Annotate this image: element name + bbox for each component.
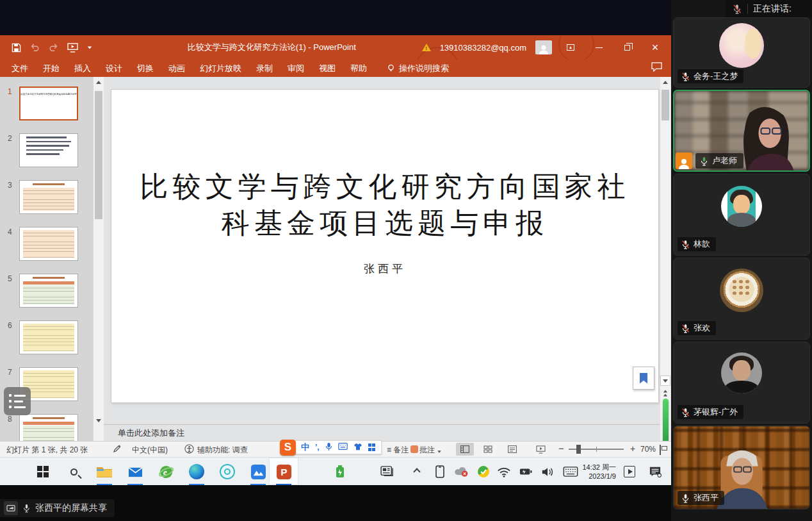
- mic-muted-icon: [732, 4, 742, 14]
- account-email[interactable]: 13910383282@qq.com: [440, 43, 526, 53]
- bookmark-button[interactable]: [633, 367, 654, 390]
- thumbnail-scrollbar[interactable]: [93, 77, 104, 441]
- mail-icon[interactable]: [126, 462, 145, 481]
- sogou-logo-icon[interactable]: S: [280, 440, 296, 456]
- language-status[interactable]: 中文(中国): [132, 445, 168, 456]
- slide-sorter-view-button[interactable]: [479, 443, 497, 456]
- normal-view-button[interactable]: [456, 443, 474, 456]
- tab-transitions[interactable]: 切换: [137, 63, 154, 74]
- tab-view[interactable]: 视图: [319, 63, 336, 74]
- list-toggle-button[interactable]: [4, 387, 31, 415]
- internet-explorer-icon[interactable]: e: [156, 462, 175, 481]
- slide-canvas[interactable]: 比较文学与跨文化研究方向国家社科基金项目选题与申报 张西平: [111, 90, 658, 402]
- slide-thumbnail-panel: 1 比较文学与跨文化研究方向国家社科基金项目选题与申报 2 3 4 5: [0, 77, 93, 441]
- zoom-out-button[interactable]: −: [558, 443, 564, 454]
- slideshow-view-button[interactable]: [532, 443, 549, 456]
- comments-toggle-button[interactable]: 批注: [419, 445, 442, 456]
- powerpoint-icon[interactable]: P: [274, 462, 293, 481]
- wifi-tray-icon[interactable]: [494, 462, 514, 481]
- undo-icon[interactable]: [30, 43, 40, 52]
- participant-tile[interactable]: 张西平: [673, 426, 810, 509]
- ime-skin-icon[interactable]: [353, 443, 362, 452]
- ime-keyboard-icon[interactable]: [338, 443, 348, 452]
- slide-thumbnail-3[interactable]: 3: [4, 180, 93, 214]
- battery-app-icon[interactable]: [330, 462, 350, 481]
- tab-home[interactable]: 开始: [43, 63, 60, 74]
- antivirus-tray-icon[interactable]: [474, 462, 493, 481]
- ime-punctuation-icon[interactable]: ’,: [315, 443, 320, 452]
- pen-icon[interactable]: [113, 444, 122, 455]
- meeting-app-icon[interactable]: [248, 462, 268, 481]
- volume-tray-icon[interactable]: [538, 462, 557, 481]
- widgets-tray-icon[interactable]: [378, 462, 397, 481]
- start-button[interactable]: [33, 462, 53, 481]
- play-tray-icon[interactable]: [620, 462, 639, 481]
- tell-me-search[interactable]: 操作说明搜索: [387, 63, 449, 74]
- account-avatar-icon[interactable]: [535, 40, 552, 54]
- tab-animations[interactable]: 动画: [168, 63, 185, 74]
- qat-customize-icon[interactable]: [88, 46, 92, 49]
- scroll-down-button[interactable]: [93, 415, 104, 426]
- tab-record[interactable]: 录制: [256, 63, 273, 74]
- close-button[interactable]: ×: [646, 39, 665, 56]
- scroll-up-button[interactable]: [660, 77, 670, 87]
- cloud-sync-error-icon[interactable]: [452, 462, 471, 481]
- participant-tile[interactable]: 茅银辉-广外: [673, 342, 810, 424]
- search-button[interactable]: [64, 462, 83, 481]
- slide-counter[interactable]: 幻灯片 第 1 张, 共 20 张: [6, 445, 88, 456]
- notes-pane[interactable]: 单击此处添加备注: [104, 424, 660, 441]
- zoom-slider-thumb[interactable]: [576, 445, 581, 454]
- reading-view-button[interactable]: [503, 443, 521, 456]
- participant-tile[interactable]: 林歆: [673, 174, 810, 256]
- tab-insert[interactable]: 插入: [74, 63, 91, 74]
- power-tray-icon[interactable]: [516, 462, 535, 481]
- previous-slide-button[interactable]: [663, 390, 668, 397]
- redo-icon[interactable]: [49, 43, 58, 52]
- tab-design[interactable]: 设计: [106, 63, 122, 74]
- tab-review[interactable]: 审阅: [288, 63, 304, 74]
- notes-toggle-button[interactable]: ≡ 备注: [387, 445, 409, 456]
- comments-panel-icon[interactable]: [651, 62, 662, 74]
- file-explorer-icon[interactable]: [95, 462, 114, 481]
- ime-toolbox-icon[interactable]: [368, 443, 376, 451]
- show-hidden-icons-chevron[interactable]: [407, 462, 426, 481]
- edge-browser-icon[interactable]: [187, 462, 206, 481]
- tab-slideshow[interactable]: 幻灯片放映: [200, 63, 241, 74]
- security-app-icon[interactable]: [218, 462, 237, 481]
- participant-tile[interactable]: 卢老师: [673, 90, 810, 172]
- powerpoint-window: 比较文学与跨文化研究方法论(1) - PowerPoint ! 13910383…: [0, 35, 671, 457]
- slide-thumbnail-5[interactable]: 5: [4, 274, 93, 308]
- slide-editor[interactable]: 比较文学与跨文化研究方向国家社科基金项目选题与申报 张西平: [104, 77, 660, 424]
- start-slideshow-icon[interactable]: [67, 43, 78, 53]
- slide-thumbnail-2[interactable]: 2: [4, 133, 93, 167]
- ribbon-tabs: 文件 开始 插入 设计 切换 动画 幻灯片放映 录制 审阅 视图 帮助 操作说明…: [0, 60, 671, 77]
- zoom-level[interactable]: 70%: [640, 445, 656, 454]
- accessibility-status[interactable]: 辅助功能: 调查: [197, 445, 248, 456]
- scroll-down-button[interactable]: [660, 376, 670, 386]
- tab-help[interactable]: 帮助: [350, 63, 367, 74]
- slide-thumbnail-4[interactable]: 4: [4, 227, 93, 261]
- thumbnail-preview: 比较文学与跨文化研究方向国家社科基金项目选题与申报: [20, 93, 77, 96]
- ime-voice-icon[interactable]: [325, 442, 332, 453]
- editor-scrollbar[interactable]: [660, 77, 670, 441]
- slide-author-text[interactable]: 张西平: [364, 261, 406, 276]
- slide-thumbnail-6[interactable]: 6: [4, 320, 93, 354]
- slide-thumbnail-8[interactable]: 8: [4, 414, 93, 441]
- phone-tray-icon[interactable]: [430, 462, 450, 481]
- ime-mode-chinese[interactable]: 中: [301, 442, 309, 453]
- zoom-slider[interactable]: [569, 449, 624, 450]
- scrollbar-thumb[interactable]: [662, 90, 669, 120]
- participant-tile[interactable]: 会务-王之梦: [673, 17, 810, 88]
- fit-to-window-button[interactable]: [660, 445, 661, 454]
- scroll-up-button[interactable]: [93, 77, 104, 87]
- taskbar-clock[interactable]: 14:32 周一 2023/1/9: [576, 463, 616, 481]
- slide-thumbnail-1[interactable]: 1 比较文学与跨文化研究方向国家社科基金项目选题与申报: [4, 87, 93, 120]
- slide-title-text[interactable]: 比较文学与跨文化研究方向国家社科基金项目选题与申报: [138, 168, 631, 241]
- participant-tile[interactable]: 张欢: [673, 258, 810, 340]
- zoom-in-button[interactable]: +: [630, 443, 635, 454]
- tab-file[interactable]: 文件: [12, 63, 28, 74]
- save-icon[interactable]: [12, 43, 21, 53]
- scrollbar-thumb[interactable]: [95, 91, 102, 219]
- restore-button[interactable]: [617, 39, 637, 56]
- notification-center-icon[interactable]: [646, 462, 665, 481]
